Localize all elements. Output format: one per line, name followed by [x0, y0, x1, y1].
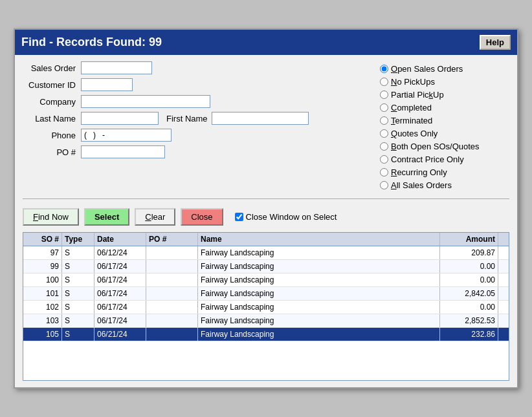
- clear-button[interactable]: Clear: [135, 208, 175, 226]
- cell-name: Fairway Landscaping: [198, 260, 440, 273]
- cell-po: [146, 301, 198, 314]
- cell-scroll-spacer: [498, 260, 509, 273]
- cell-amount: 0.00: [440, 301, 498, 314]
- cell-amount: 209.87: [440, 246, 498, 259]
- cell-type: S: [62, 246, 94, 259]
- cell-so: 105: [23, 328, 62, 341]
- radio-partial-pickup[interactable]: Partial PickUp: [380, 90, 509, 100]
- col-header-date: Date: [94, 233, 146, 246]
- cell-name: Fairway Landscaping: [198, 301, 440, 314]
- cell-date: 06/21/24: [94, 328, 146, 341]
- cell-type: S: [62, 314, 94, 327]
- radio-no-pickups[interactable]: No PickUps: [380, 77, 509, 87]
- cell-po: [146, 246, 198, 259]
- radio-completed[interactable]: Completed: [380, 103, 509, 112]
- cell-date: 06/17/24: [94, 260, 146, 273]
- cell-so: 101: [23, 287, 62, 300]
- sales-order-input[interactable]: [81, 61, 152, 74]
- divider: [23, 198, 509, 199]
- po-input[interactable]: [81, 145, 165, 158]
- cell-name: Fairway Landscaping: [198, 273, 440, 286]
- cell-type: S: [62, 260, 94, 273]
- close-button[interactable]: Close: [181, 208, 223, 226]
- last-name-label: Last Name: [23, 114, 81, 123]
- first-name-label: First Name: [166, 114, 208, 123]
- radio-open-so[interactable]: Open Sales Orders: [380, 64, 509, 74]
- close-window-checkbox[interactable]: [235, 213, 243, 221]
- customer-id-label: Customer ID: [23, 80, 81, 90]
- customer-id-input[interactable]: [81, 78, 133, 91]
- col-header-po: PO #: [146, 233, 198, 246]
- cell-so: 102: [23, 301, 62, 314]
- cell-scroll-spacer: [498, 328, 509, 341]
- col-header-name: Name: [198, 233, 440, 246]
- firstname-group: First Name: [166, 112, 309, 125]
- phone-input[interactable]: [81, 129, 172, 142]
- window-title: Find - Records Found: 99: [21, 36, 162, 49]
- cell-type: S: [62, 301, 94, 314]
- cell-scroll-spacer: [498, 246, 509, 259]
- table-row[interactable]: 100 S 06/17/24 Fairway Landscaping 0.00: [23, 273, 509, 287]
- cell-po: [146, 328, 198, 341]
- top-section: Sales Order Customer ID Company Last Nam…: [23, 61, 509, 193]
- phone-label: Phone: [23, 131, 81, 140]
- close-window-checkbox-label[interactable]: Close Window on Select: [235, 212, 337, 222]
- radio-contract-price[interactable]: Contract Price Only: [380, 155, 509, 164]
- table-row[interactable]: 103 S 06/17/24 Fairway Landscaping 2,852…: [23, 314, 509, 328]
- table-row[interactable]: 97 S 06/12/24 Fairway Landscaping 209.87: [23, 246, 509, 260]
- cell-amount: 232.86: [440, 328, 498, 341]
- company-label: Company: [23, 97, 81, 107]
- form-section: Sales Order Customer ID Company Last Nam…: [23, 61, 373, 193]
- col-header-amount: Amount: [440, 233, 498, 246]
- table-body: 97 S 06/12/24 Fairway Landscaping 209.87…: [23, 246, 509, 380]
- table-header: SO # Type Date PO # Name Amount: [23, 233, 509, 246]
- table-row[interactable]: 101 S 06/17/24 Fairway Landscaping 2,842…: [23, 287, 509, 301]
- col-header-type: Type: [62, 233, 94, 246]
- first-name-input[interactable]: [212, 112, 309, 125]
- po-row: PO #: [23, 145, 373, 158]
- radio-terminated[interactable]: Terminated: [380, 116, 509, 125]
- last-name-input[interactable]: [81, 112, 159, 125]
- main-content: Sales Order Customer ID Company Last Nam…: [15, 55, 517, 387]
- empty-rows: [23, 341, 509, 380]
- cell-name: Fairway Landscaping: [198, 314, 440, 327]
- col-header-scroll: [498, 233, 509, 246]
- find-now-button[interactable]: Find Now: [23, 208, 79, 226]
- table-row[interactable]: 105 S 06/21/24 Fairway Landscaping 232.8…: [23, 328, 509, 341]
- sales-order-label: Sales Order: [23, 63, 81, 73]
- title-bar: Find - Records Found: 99 Help: [15, 30, 517, 55]
- cell-amount: 2,842.05: [440, 287, 498, 300]
- cell-date: 06/17/24: [94, 314, 146, 327]
- company-input[interactable]: [81, 95, 210, 108]
- cell-scroll-spacer: [498, 273, 509, 286]
- table-row[interactable]: 99 S 06/17/24 Fairway Landscaping 0.00: [23, 260, 509, 273]
- cell-type: S: [62, 273, 94, 286]
- cell-so: 103: [23, 314, 62, 327]
- help-button[interactable]: Help: [480, 35, 511, 50]
- cell-name: Fairway Landscaping: [198, 287, 440, 300]
- name-row: Last Name First Name: [23, 112, 373, 125]
- cell-so: 100: [23, 273, 62, 286]
- cell-scroll-spacer: [498, 314, 509, 327]
- cell-po: [146, 314, 198, 327]
- cell-type: S: [62, 328, 94, 341]
- radio-all-so[interactable]: All Sales Orders: [380, 180, 509, 190]
- sales-order-row: Sales Order: [23, 61, 373, 74]
- radio-quotes-only[interactable]: Quotes Only: [380, 129, 509, 138]
- radio-section: Open Sales Orders No PickUps Partial Pic…: [380, 61, 509, 193]
- cell-po: [146, 287, 198, 300]
- cell-date: 06/17/24: [94, 301, 146, 314]
- cell-po: [146, 260, 198, 273]
- radio-recurring-only[interactable]: Recurring Only: [380, 167, 509, 177]
- cell-amount: 2,852.53: [440, 314, 498, 327]
- cell-name: Fairway Landscaping: [198, 246, 440, 259]
- select-button[interactable]: Select: [84, 208, 129, 226]
- cell-name: Fairway Landscaping: [198, 328, 440, 341]
- cell-date: 06/17/24: [94, 273, 146, 286]
- cell-scroll-spacer: [498, 287, 509, 300]
- radio-both-open[interactable]: Both Open SOs/Quotes: [380, 142, 509, 151]
- table-row[interactable]: 102 S 06/17/24 Fairway Landscaping 0.00: [23, 301, 509, 314]
- cell-po: [146, 273, 198, 286]
- cell-date: 06/17/24: [94, 287, 146, 300]
- cell-so: 99: [23, 260, 62, 273]
